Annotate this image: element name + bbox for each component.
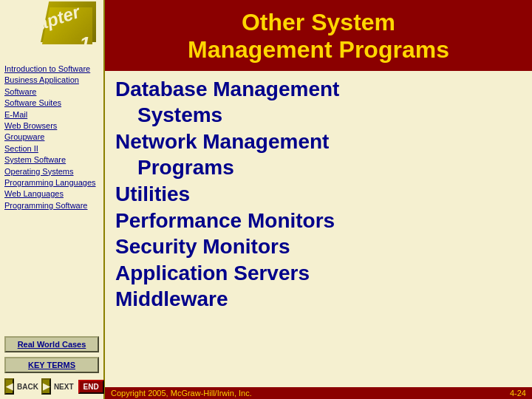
key-terms-button[interactable]: KEY TERMS (4, 357, 99, 373)
main-title: Other System Management Programs (105, 0, 532, 71)
page-number: 4-24 (510, 389, 526, 398)
content-item-3: Programs (115, 155, 522, 180)
content-item-5: Performance Monitors (115, 208, 522, 233)
sidebar: Chapter 1 Introduction to Software Busin… (0, 0, 103, 399)
svg-text:Chapter: Chapter (13, 1, 83, 41)
chapter-graphic: Chapter 1 (7, 1, 96, 59)
end-button[interactable]: END (78, 380, 104, 394)
nav-link-prog-lang[interactable]: Programming Languages (4, 177, 99, 188)
content-item-8: Middleware (115, 287, 522, 312)
content-item-1: Systems (115, 103, 522, 128)
nav-link-web-lang[interactable]: Web Languages (4, 188, 99, 200)
back-label: BACK (17, 383, 38, 391)
title-line1: Other System (112, 9, 525, 36)
chapter-number: 1 (80, 33, 90, 55)
content-item-7: Application Servers (115, 261, 522, 286)
footer: Copyright 2005, McGraw-Hill/Irwin, Inc. … (105, 387, 532, 399)
next-label: NEXT (54, 383, 74, 391)
nav-links: Introduction to Software Business Applic… (0, 61, 103, 334)
nav-link-suites[interactable]: Software Suites (4, 98, 99, 109)
real-world-cases-button[interactable]: Real World Cases (4, 336, 99, 352)
nav-link-email[interactable]: E-Mail (4, 109, 99, 120)
main-content: Other System Management Programs Databas… (103, 0, 532, 399)
nav-link-intro[interactable]: Introduction to Software (4, 64, 99, 75)
next-button[interactable]: ▶ (41, 378, 51, 395)
nav-link-prog-soft[interactable]: Programming Software (4, 200, 99, 211)
content-item-2: Network Management (115, 129, 522, 154)
nav-link-browsers[interactable]: Web Browsers (4, 120, 99, 132)
back-button[interactable]: ◀ (4, 378, 14, 395)
nav-link-system[interactable]: System Software (4, 154, 99, 166)
content-item-4: Utilities (115, 182, 522, 207)
content-item-0: Database Management (115, 77, 522, 102)
title-line2: Management Programs (112, 36, 525, 64)
copyright-text: Copyright 2005, McGraw-Hill/Irwin, Inc. (111, 389, 252, 398)
main-body: Database ManagementSystemsNetwork Manage… (105, 71, 532, 387)
nav-link-section2[interactable]: Section II (4, 143, 99, 154)
content-item-6: Security Monitors (115, 234, 522, 259)
nav-link-biz-app[interactable]: Business Application Software (4, 75, 99, 98)
nav-link-groupware[interactable]: Groupware (4, 132, 99, 143)
nav-controls: ◀ BACK ▶ NEXT END (0, 375, 103, 399)
nav-link-os[interactable]: Operating Systems (4, 166, 99, 177)
